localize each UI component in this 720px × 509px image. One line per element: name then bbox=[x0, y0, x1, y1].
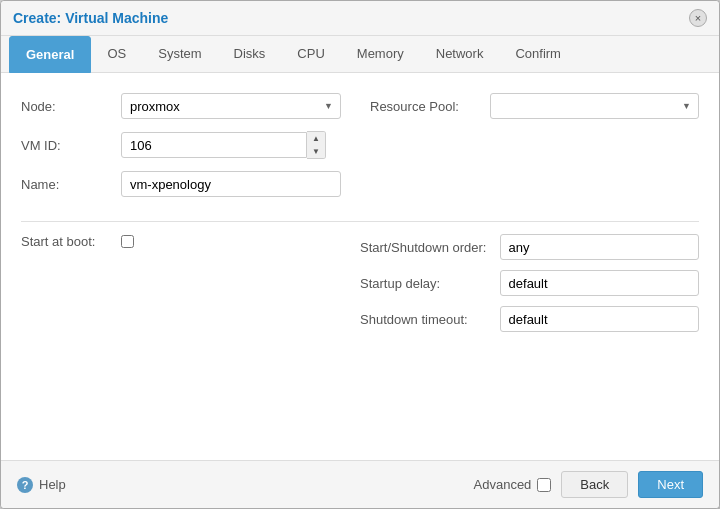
tab-network[interactable]: Network bbox=[420, 36, 500, 73]
startup-delay-label: Startup delay: bbox=[360, 276, 500, 291]
vmid-increment-button[interactable]: ▲ bbox=[307, 132, 325, 145]
vmid-spinner-buttons: ▲ ▼ bbox=[307, 131, 326, 159]
advanced-row: Advanced bbox=[474, 477, 552, 492]
resource-pool-label: Resource Pool: bbox=[370, 99, 490, 114]
tab-disks[interactable]: Disks bbox=[218, 36, 282, 73]
start-at-boot-checkbox[interactable] bbox=[121, 235, 134, 248]
vmid-row: VM ID: ▲ ▼ bbox=[21, 131, 350, 159]
name-input[interactable] bbox=[121, 171, 341, 197]
name-label: Name: bbox=[21, 177, 121, 192]
bottom-section: Start at boot: Start/Shutdown order: Sta… bbox=[21, 234, 699, 332]
section-divider bbox=[21, 221, 699, 222]
right-col: Resource Pool: bbox=[370, 93, 699, 209]
shutdown-section: Start/Shutdown order: Startup delay: Shu… bbox=[360, 234, 699, 332]
startup-delay-row: Startup delay: bbox=[360, 270, 699, 296]
footer: ? Help Advanced Back Next bbox=[1, 460, 719, 508]
footer-left: ? Help bbox=[17, 477, 66, 493]
vmid-decrement-button[interactable]: ▼ bbox=[307, 145, 325, 158]
help-label[interactable]: Help bbox=[39, 477, 66, 492]
tab-memory[interactable]: Memory bbox=[341, 36, 420, 73]
boot-col: Start at boot: bbox=[21, 234, 340, 332]
vmid-label: VM ID: bbox=[21, 138, 121, 153]
node-row: Node: proxmox bbox=[21, 93, 350, 119]
node-select[interactable]: proxmox bbox=[121, 93, 341, 119]
start-shutdown-row: Start/Shutdown order: bbox=[360, 234, 699, 260]
shutdown-timeout-input[interactable] bbox=[500, 306, 699, 332]
form-content: Node: proxmox VM ID: ▲ ▼ bbox=[1, 73, 719, 460]
shutdown-timeout-label: Shutdown timeout: bbox=[360, 312, 500, 327]
name-row: Name: bbox=[21, 171, 350, 197]
resource-pool-select[interactable] bbox=[490, 93, 699, 119]
tab-cpu[interactable]: CPU bbox=[281, 36, 340, 73]
tab-system[interactable]: System bbox=[142, 36, 217, 73]
help-icon: ? bbox=[17, 477, 33, 493]
close-button[interactable]: × bbox=[689, 9, 707, 27]
tab-general[interactable]: General bbox=[9, 36, 91, 73]
vmid-spinner: ▲ ▼ bbox=[121, 131, 326, 159]
node-select-wrapper: proxmox bbox=[121, 93, 341, 119]
tab-confirm[interactable]: Confirm bbox=[499, 36, 577, 73]
title-bar: Create: Virtual Machine × bbox=[1, 1, 719, 36]
shutdown-col: Start/Shutdown order: Startup delay: Shu… bbox=[360, 234, 699, 332]
start-shutdown-label: Start/Shutdown order: bbox=[360, 240, 500, 255]
tab-bar: General OS System Disks CPU Memory Netwo… bbox=[1, 36, 719, 73]
back-button[interactable]: Back bbox=[561, 471, 628, 498]
start-at-boot-label: Start at boot: bbox=[21, 234, 121, 249]
start-at-boot-row: Start at boot: bbox=[21, 234, 340, 249]
left-col: Node: proxmox VM ID: ▲ ▼ bbox=[21, 93, 350, 209]
shutdown-timeout-row: Shutdown timeout: bbox=[360, 306, 699, 332]
advanced-checkbox[interactable] bbox=[537, 478, 551, 492]
resource-pool-row: Resource Pool: bbox=[370, 93, 699, 119]
startup-delay-input[interactable] bbox=[500, 270, 699, 296]
start-shutdown-input[interactable] bbox=[500, 234, 699, 260]
footer-right: Advanced Back Next bbox=[474, 471, 703, 498]
create-vm-dialog: Create: Virtual Machine × General OS Sys… bbox=[0, 0, 720, 509]
node-label: Node: bbox=[21, 99, 121, 114]
tab-os[interactable]: OS bbox=[91, 36, 142, 73]
resource-pool-select-wrapper bbox=[490, 93, 699, 119]
next-button[interactable]: Next bbox=[638, 471, 703, 498]
vmid-input[interactable] bbox=[121, 132, 307, 158]
dialog-title: Create: Virtual Machine bbox=[13, 10, 168, 26]
top-section: Node: proxmox VM ID: ▲ ▼ bbox=[21, 93, 699, 209]
advanced-label: Advanced bbox=[474, 477, 532, 492]
